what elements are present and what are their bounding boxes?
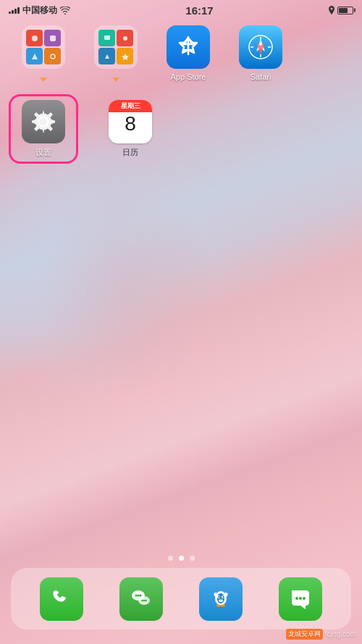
safari-icon-wrap[interactable]: Safari: [232, 25, 290, 81]
svg-point-18: [140, 594, 142, 596]
app-row-2: 设置 星期三 8 日历: [14, 100, 348, 158]
svg-point-36: [299, 597, 302, 600]
calendar-weekday: 星期三: [109, 100, 152, 112]
svg-point-37: [303, 597, 306, 600]
folder2-mini4: [117, 48, 133, 64]
qq-icon[interactable]: [199, 577, 243, 621]
wechat-icon[interactable]: [119, 577, 163, 621]
folder1-icon-wrap[interactable]: [14, 25, 72, 85]
calendar-icon-wrap[interactable]: 星期三 8 日历: [101, 100, 159, 158]
status-left: 中国移动: [9, 4, 70, 17]
safari-label: Safari: [251, 72, 272, 81]
appstore-svg: [175, 34, 201, 60]
wifi-icon: [60, 7, 70, 14]
phone-svg: [50, 587, 73, 611]
messages-dock-wrap[interactable]: [272, 577, 329, 621]
folder2-mini2: [117, 30, 133, 46]
folder2-arrow: [111, 77, 120, 83]
calendar-date: 8: [125, 113, 136, 135]
svg-point-34: [221, 604, 225, 606]
svg-point-33: [216, 604, 221, 606]
location-icon: [329, 6, 334, 14]
qq-dock-wrap[interactable]: [192, 577, 250, 621]
svg-point-16: [135, 594, 138, 596]
folder2-icon[interactable]: [94, 25, 138, 69]
appstore-icon[interactable]: [167, 25, 210, 69]
messages-icon[interactable]: [279, 577, 322, 621]
watermark-url: fcjrtg.com: [325, 630, 356, 638]
phone-dock-wrap[interactable]: [33, 577, 90, 621]
carrier-label: 中国移动: [22, 4, 57, 17]
app-grid: App Store Safari: [0, 25, 362, 172]
phone-icon[interactable]: [40, 577, 83, 621]
watermark-badge: 龙城安卓网: [286, 629, 323, 640]
status-right: [329, 6, 353, 14]
folder1-mini3: [26, 48, 43, 64]
svg-point-0: [32, 35, 38, 41]
status-bar: 中国移动 16:17: [0, 0, 362, 20]
svg-point-27: [219, 596, 220, 598]
svg-rect-4: [104, 35, 110, 40]
safari-svg: [247, 33, 274, 61]
appstore-icon-wrap[interactable]: App Store: [159, 25, 217, 81]
folder1-mini4: [44, 48, 61, 64]
svg-point-17: [138, 594, 140, 596]
wechat-dock-wrap[interactable]: [112, 577, 170, 621]
status-time: 16:17: [185, 4, 213, 17]
page-dots: [0, 556, 362, 561]
svg-point-21: [143, 599, 145, 601]
svg-point-28: [223, 596, 224, 598]
signal-icon: [9, 7, 20, 14]
folder1-arrow: [39, 77, 48, 83]
appstore-label: App Store: [171, 72, 206, 81]
svg-rect-1: [50, 35, 56, 41]
messages-svg: [288, 587, 313, 611]
svg-marker-2: [32, 54, 38, 59]
page-dot-2: [190, 556, 195, 561]
svg-point-20: [141, 599, 143, 601]
settings-icon-wrap[interactable]: 设置: [14, 100, 72, 158]
watermark: 龙城安卓网 fcjrtg.com: [286, 629, 356, 640]
page-dot-0: [168, 556, 173, 561]
qq-svg: [208, 586, 234, 612]
svg-marker-6: [122, 54, 129, 60]
folder2-mini1: [98, 30, 115, 46]
safari-icon[interactable]: [239, 25, 282, 69]
svg-point-22: [145, 599, 146, 601]
wechat-svg: [128, 586, 154, 612]
folder2-icon-wrap[interactable]: [87, 25, 145, 85]
svg-point-5: [123, 36, 127, 41]
page-dot-1: [179, 556, 184, 561]
svg-point-3: [51, 54, 55, 59]
app-row-1: App Store Safari: [14, 25, 348, 85]
battery-icon: [337, 7, 353, 14]
dock: [11, 568, 351, 630]
calendar-label: 日历: [122, 147, 138, 158]
watermark-text: 龙城安卓网: [288, 630, 321, 637]
folder1-mini1: [26, 30, 43, 46]
calendar-icon[interactable]: 星期三 8: [109, 100, 152, 143]
svg-point-35: [295, 597, 298, 600]
folder1-mini2: [44, 30, 61, 46]
folder1-icon[interactable]: [22, 25, 65, 69]
folder2-mini3: [98, 48, 115, 64]
svg-point-30: [219, 598, 222, 600]
highlight-box: [9, 94, 78, 164]
